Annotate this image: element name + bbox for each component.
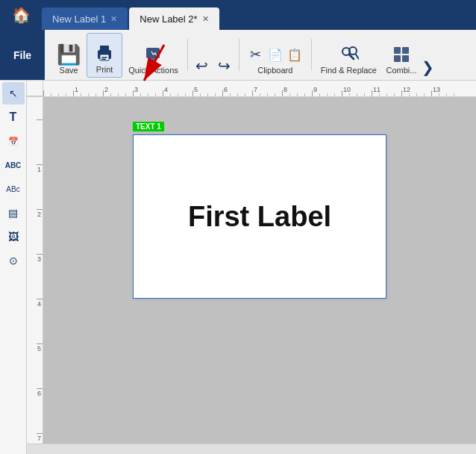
svg-rect-14 <box>402 47 409 54</box>
canvas-area: 12345678910111213 123456789 TEXT 1 First… <box>27 81 476 454</box>
file-button[interactable]: File <box>0 30 45 80</box>
svg-rect-3 <box>100 46 109 51</box>
quick-actions-label: Quick Actions <box>128 66 178 75</box>
print-button[interactable]: Print <box>87 33 122 78</box>
svg-rect-6 <box>101 58 106 60</box>
date-tool[interactable]: 📅 <box>2 130 25 152</box>
divider2 <box>239 39 239 71</box>
find-replace-label: Find & Replace <box>321 66 377 75</box>
barcode2-tool[interactable]: ▤ <box>2 202 25 224</box>
paste-icon: 📋 <box>287 49 302 61</box>
left-ruler: 123456789 <box>27 97 43 444</box>
undo-button[interactable]: ↩ <box>191 33 213 78</box>
tab-new-label-1[interactable]: New Label 1 ✕ <box>42 7 128 30</box>
find-replace-icon <box>338 43 359 64</box>
bottom-scrollbar[interactable] <box>27 444 476 454</box>
combine-label: Combi... <box>386 66 417 75</box>
svg-rect-16 <box>402 55 409 62</box>
cut-icon: ✂ <box>250 48 261 61</box>
text-tool[interactable]: T <box>2 106 25 128</box>
chevron-right-icon: ❯ <box>422 60 434 75</box>
quick-actions-icon <box>143 45 163 64</box>
workspace: ↖ T 📅 ABC ABc ▤ 🖼 ⊙ 12345678910111213 12… <box>0 81 476 454</box>
barcode-tool[interactable]: ABC <box>2 154 25 176</box>
image-tool[interactable]: 🖼 <box>2 226 25 248</box>
print-icon <box>94 43 115 63</box>
ribbon-overflow-button[interactable]: ❯ <box>420 33 436 78</box>
canvas-scroll[interactable]: TEXT 1 First Label <box>43 97 476 444</box>
svg-line-12 <box>356 55 359 59</box>
select-tool[interactable]: ↖ <box>2 82 25 105</box>
label-text[interactable]: First Label <box>188 201 331 233</box>
tab-label: New Label 2* <box>140 13 197 25</box>
tab-close-2[interactable]: ✕ <box>202 14 209 24</box>
save-icon: 💾 <box>57 45 81 64</box>
find-replace-button[interactable]: Find & Replace <box>315 33 383 78</box>
scan-tool[interactable]: ⊙ <box>2 249 25 272</box>
shape-tool[interactable]: ABc <box>2 178 25 200</box>
svg-rect-5 <box>101 57 107 58</box>
divider3 <box>311 39 312 71</box>
clipboard-label: Clipboard <box>257 66 292 75</box>
title-bar: 🏠 New Label 1 ✕ New Label 2* ✕ <box>0 0 476 30</box>
combine-button[interactable]: Combi... <box>383 33 420 78</box>
svg-rect-7 <box>146 48 160 58</box>
home-button[interactable]: 🏠 <box>0 0 42 30</box>
ribbon-items: 💾 Save Print <box>45 30 476 80</box>
content-row: 123456789 TEXT 1 First Label <box>27 97 476 444</box>
redo-icon: ↪ <box>218 58 231 73</box>
top-ruler: 12345678910111213 <box>27 81 476 97</box>
copy-button[interactable]: 📄 <box>266 46 284 64</box>
divider1 <box>187 39 188 71</box>
save-label: Save <box>60 66 78 75</box>
svg-rect-8 <box>149 58 157 60</box>
quick-actions-button[interactable]: Quick Actions <box>122 33 184 78</box>
cut-button[interactable]: ✂ <box>247 46 265 64</box>
tab-close-1[interactable]: ✕ <box>110 14 117 24</box>
ruler-top-container: 12345678910111213 <box>43 81 476 96</box>
label-canvas: TEXT 1 First Label <box>133 134 386 299</box>
redo-button[interactable]: ↪ <box>213 33 236 78</box>
paste-button[interactable]: 📋 <box>286 46 304 64</box>
tab-label: New Label 1 <box>52 13 106 25</box>
svg-rect-13 <box>394 47 401 54</box>
print-label: Print <box>96 65 113 74</box>
tab-new-label-2[interactable]: New Label 2* ✕ <box>129 7 219 30</box>
tabs-area: New Label 1 ✕ New Label 2* ✕ <box>42 0 476 30</box>
undo-icon: ↩ <box>195 58 208 73</box>
copy-icon: 📄 <box>268 49 283 61</box>
combine-icon <box>392 45 411 64</box>
save-button[interactable]: 💾 Save <box>51 33 87 78</box>
ribbon: File 💾 Save Print <box>0 30 476 81</box>
text-tag: TEXT 1 <box>133 122 164 131</box>
left-toolbar: ↖ T 📅 ABC ABc ▤ 🖼 ⊙ <box>0 81 27 454</box>
svg-rect-15 <box>394 55 401 62</box>
